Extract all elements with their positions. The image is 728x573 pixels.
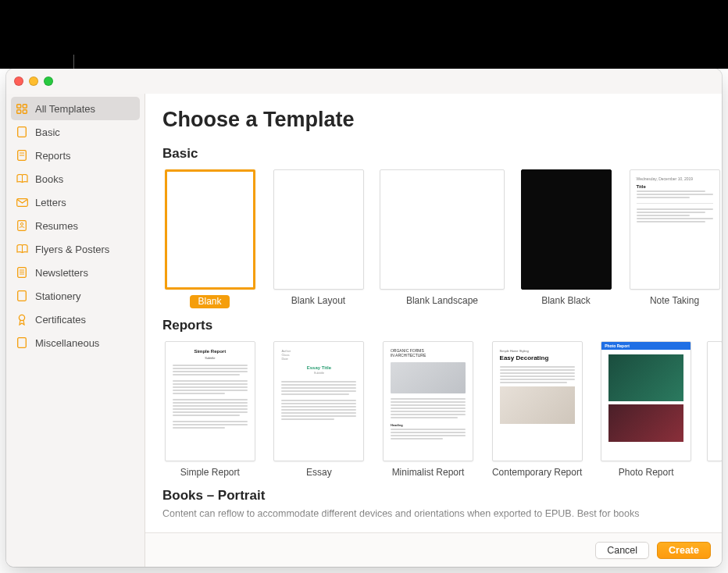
category-sidebar: All Templates Basic Reports Books	[6, 94, 145, 567]
sidebar-item-label: Basic	[35, 126, 60, 138]
section-title-reports: Reports	[162, 318, 722, 333]
template-thumb: Photo Report	[601, 341, 691, 461]
thumb-image-placeholder	[608, 404, 683, 442]
envelope-icon	[16, 197, 28, 208]
create-button[interactable]: Create	[657, 542, 711, 559]
sidebar-item-flyers-posters[interactable]: Flyers & Posters	[6, 237, 145, 261]
thumb-title: Easy Decorating	[500, 354, 575, 361]
page-title: Choose a Template	[162, 108, 722, 132]
person-doc-icon	[16, 220, 28, 231]
template-thumb: Simple Home Styling Easy Decorating	[492, 341, 583, 461]
template-contemporary-report[interactable]: Simple Home Styling Easy Decorating Cont…	[490, 341, 585, 479]
template-blank[interactable]: Blank	[162, 169, 257, 308]
template-label: Blank Layout	[291, 295, 345, 307]
sidebar-item-label: Stationery	[35, 290, 81, 302]
ribbon-icon	[16, 314, 28, 325]
sidebar-item-label: Resumes	[35, 220, 78, 232]
note-title: Title	[637, 184, 713, 189]
sidebar-item-label: Books	[35, 173, 63, 185]
template-thumb	[165, 169, 255, 290]
template-label: Contemporary Report	[492, 467, 582, 479]
traffic-light-minimize-icon[interactable]	[29, 77, 38, 86]
sidebar-item-miscellaneous[interactable]: Miscellaneous	[6, 331, 145, 354]
template-photo-report[interactable]: Photo Report Photo Report	[598, 341, 694, 479]
template-label: Note Taking	[650, 295, 699, 307]
thumb-band: Photo Report	[601, 342, 691, 350]
svg-point-18	[19, 315, 24, 320]
svg-rect-4	[18, 127, 27, 137]
thumb-image-placeholder	[608, 354, 683, 401]
cancel-button[interactable]: Cancel	[595, 542, 649, 559]
window-body: All Templates Basic Reports Books	[6, 94, 722, 567]
template-partial-overflow[interactable]	[708, 341, 722, 479]
doc-icon	[16, 126, 28, 137]
svg-rect-17	[18, 291, 27, 301]
book-icon	[16, 244, 28, 254]
template-blank-landscape[interactable]: Blank Landscape	[380, 169, 505, 308]
template-thumb: Wednesday, December 10, 2019 Title	[630, 169, 720, 290]
sidebar-item-reports[interactable]: Reports	[6, 144, 145, 167]
template-simple-report[interactable]: Simple Report Subtitle Simple Report	[162, 341, 258, 479]
thumb-image-placeholder	[500, 386, 575, 424]
template-label: Photo Report	[619, 467, 674, 479]
doc-icon	[16, 150, 28, 161]
thumb-subtitle: Subtitle	[281, 371, 356, 375]
template-scroll-area[interactable]: Choose a Template Basic Blank Blank Layo…	[145, 94, 722, 532]
sidebar-item-label: All Templates	[35, 103, 95, 115]
template-chooser-window: All Templates Basic Reports Books	[6, 69, 722, 567]
traffic-light-zoom-icon[interactable]	[44, 77, 53, 86]
template-label: Simple Report	[180, 467, 240, 479]
doc-icon	[16, 337, 28, 348]
dialog-footer: Cancel Create	[145, 532, 722, 567]
sidebar-item-basic[interactable]: Basic	[6, 120, 145, 144]
sidebar-item-all-templates[interactable]: All Templates	[11, 97, 140, 120]
template-label: Blank Landscape	[406, 295, 478, 307]
sidebar-item-label: Letters	[35, 197, 66, 208]
book-icon	[16, 173, 28, 184]
template-thumb	[707, 341, 722, 461]
svg-rect-3	[23, 109, 27, 113]
sidebar-item-stationery[interactable]: Stationery	[6, 284, 145, 308]
thumb-subtitle: Subtitle	[173, 356, 248, 360]
template-label: Essay	[306, 467, 332, 479]
svg-point-11	[20, 222, 23, 225]
template-thumb: AuthorClassDate Essay Title Subtitle	[273, 341, 364, 461]
section-title-books: Books – Portrait	[162, 488, 722, 504]
thumb-title: Essay Title	[281, 365, 356, 370]
template-thumb: Simple Report Subtitle	[165, 341, 255, 461]
sidebar-item-label: Miscellaneous	[35, 337, 99, 349]
note-date: Wednesday, December 10, 2019	[637, 176, 694, 181]
sidebar-item-resumes[interactable]: Resumes	[6, 214, 145, 237]
template-thumb	[380, 169, 505, 290]
thumb-title: Simple Report	[173, 349, 248, 354]
section-subtitle-books: Content can reflow to accommodate differ…	[162, 508, 722, 519]
template-note-taking[interactable]: Wednesday, December 10, 2019 Title	[627, 169, 722, 308]
template-thumb: ORGANIC FORMSIN ARCHITECTURE Heading	[383, 341, 473, 461]
window-titlebar	[6, 69, 722, 94]
svg-rect-2	[16, 109, 20, 113]
template-main-panel: Choose a Template Basic Blank Blank Layo…	[145, 94, 722, 567]
sidebar-item-label: Certificates	[35, 314, 86, 326]
template-minimalist-report[interactable]: ORGANIC FORMSIN ARCHITECTURE Heading Min…	[380, 341, 476, 479]
template-row-basic: Blank Blank Layout Blank Landscape Blank…	[162, 169, 722, 308]
template-row-reports: Simple Report Subtitle Simple Report	[162, 341, 722, 479]
doc-icon	[16, 267, 28, 278]
template-thumb	[521, 169, 612, 290]
svg-rect-19	[18, 338, 27, 348]
template-thumb	[273, 169, 364, 290]
sidebar-item-newsletters[interactable]: Newsletters	[6, 261, 145, 284]
sidebar-item-letters[interactable]: Letters	[6, 190, 145, 214]
svg-rect-0	[16, 104, 20, 108]
thumb-heading: IN ARCHITECTURE	[391, 353, 426, 358]
thumb-kicker: Simple Home Styling	[500, 349, 575, 353]
sidebar-item-certificates[interactable]: Certificates	[6, 308, 145, 331]
doc-icon	[16, 290, 28, 301]
template-label: Blank	[190, 295, 229, 308]
template-essay[interactable]: AuthorClassDate Essay Title Subtitle Ess…	[272, 341, 367, 479]
thumb-image-placeholder	[391, 362, 466, 393]
traffic-light-close-icon[interactable]	[14, 77, 23, 86]
template-blank-black[interactable]: Blank Black	[519, 169, 613, 308]
sidebar-item-books[interactable]: Books	[6, 167, 145, 190]
template-label: Blank Black	[541, 295, 591, 307]
template-blank-layout[interactable]: Blank Layout	[271, 169, 366, 308]
